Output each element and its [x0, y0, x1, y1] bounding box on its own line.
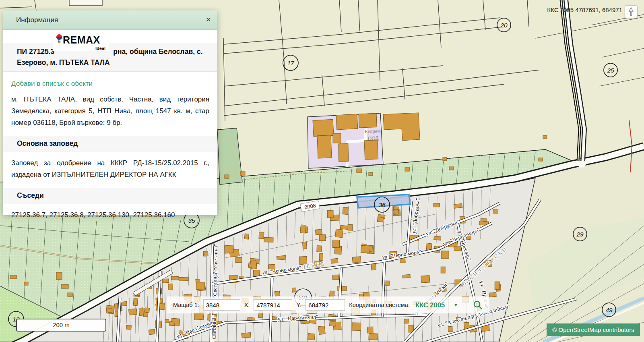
svg-text:36: 36	[378, 201, 386, 208]
map-application: 2008 1720253536294913501 ул. "Черно море…	[0, 0, 644, 342]
y-coordinate-input[interactable]	[305, 299, 345, 311]
close-icon[interactable]: ×	[206, 14, 211, 25]
x-coordinate-input[interactable]	[254, 299, 292, 311]
parcel-title-prefix: ПИ 27125.3	[17, 48, 54, 56]
svg-text:29: 29	[576, 231, 584, 238]
scale-input[interactable]	[203, 299, 240, 311]
remax-logo-sub: Ideal	[95, 46, 105, 51]
chevron-down-icon[interactable]: ▼	[454, 303, 458, 307]
add-to-list-link[interactable]: Добави в списък с обекти	[11, 80, 209, 88]
coords-readout: ККС 2005 4787691, 684971	[547, 6, 622, 13]
area-label: ООД	[367, 135, 379, 141]
y-label: Y:	[296, 302, 301, 308]
scale-bar: 200 m	[16, 319, 106, 332]
north-arrow-button[interactable]	[625, 5, 638, 18]
search-icon	[473, 300, 483, 310]
svg-text:25: 25	[607, 67, 614, 74]
remax-logo: REMAX Ideal	[53, 33, 109, 51]
search-button[interactable]	[473, 300, 483, 310]
svg-text:49: 49	[605, 307, 613, 313]
info-panel-header: Информация ×	[3, 10, 217, 30]
svg-text:20: 20	[500, 22, 508, 29]
north-arrow-icon	[625, 6, 637, 18]
section-text-order: Заповед за одобрение на КККР РД-18-15/25…	[11, 157, 209, 180]
info-panel-title: Информация	[3, 10, 217, 29]
parcel-title: ПИ 27125.3рна, община Белослав, с. Езеро…	[3, 43, 217, 72]
x-label: X:	[244, 302, 250, 308]
parcel-number-marker: 25	[604, 63, 617, 77]
parcel-number-marker: 29	[573, 227, 587, 241]
crs-dropdown[interactable]: ККС 2005	[415, 301, 445, 309]
parcel-description: м. ПЪТЕКА ТАЛА, вид собств. Частна, вид …	[11, 93, 209, 129]
svg-text:17: 17	[287, 60, 295, 66]
crs-label: Координатна система:	[349, 302, 410, 308]
remax-balloon-icon	[56, 34, 62, 44]
parcel-number-marker: 36	[374, 197, 390, 212]
parcel-number-marker: 20	[497, 18, 511, 32]
section-text-neighbors: 27125.36.7, 27125.36.8, 27125.36.130, 27…	[11, 209, 209, 221]
remax-logo-word: REMAX	[63, 34, 100, 46]
info-panel: Информация × REMAX Ideal ПИ 27125.3рна, …	[3, 10, 217, 215]
parcel-number-marker: 49	[602, 303, 616, 317]
osm-attribution[interactable]: © OpenStreetMap contributors	[547, 323, 640, 336]
section-heading-neighbors: Съседи	[3, 188, 217, 203]
parcel-number-marker: 17	[283, 55, 298, 70]
area-label: Булрем	[364, 128, 381, 135]
map-toolbar: Мащаб 1: X: Y: Координатна система: ККС …	[167, 296, 489, 313]
section-heading-order: Основна заповед	[3, 136, 217, 151]
scale-label: Мащаб 1:	[173, 302, 199, 308]
